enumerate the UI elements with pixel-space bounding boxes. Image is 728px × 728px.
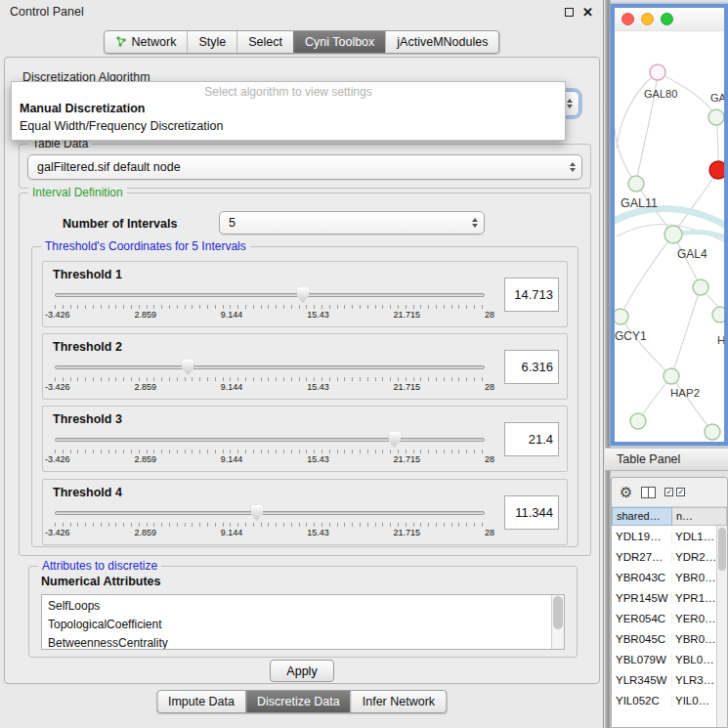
node-label: GAL11 [621,196,658,210]
network-node[interactable] [630,413,646,429]
number-of-intervals-value: 5 [229,216,236,230]
zoom-traffic-light-icon[interactable] [661,13,673,25]
thick-edge [615,208,724,227]
close-icon[interactable]: ✕ [582,6,593,19]
table-row[interactable]: YBL079WYBL0… [612,649,727,669]
column-header-shared-name[interactable]: shared… [612,507,672,526]
threshold-3-slider[interactable] [55,432,485,448]
tab-discretize-data[interactable]: Discretize Data [245,691,351,712]
checkbox-icon[interactable]: ✓ [664,488,673,496]
tab-select[interactable]: Select [236,31,293,53]
threshold-2-value-field[interactable]: 6.316 [504,350,559,384]
panel-title: Control Panel [10,5,84,19]
threshold-2-slider[interactable] [55,360,485,375]
checkbox-icon[interactable]: ✓ [676,488,685,496]
slider-thumb[interactable] [388,432,401,448]
network-node[interactable] [650,64,665,80]
slider-track[interactable] [55,438,485,442]
tab-network[interactable]: Network [105,31,188,53]
node-label: GAL4 [677,247,707,261]
slider-thumb[interactable] [182,360,194,375]
node-table: shared… n… YDL19…YDL1… YDR27…YDR2… YBR04… [612,507,727,728]
slider-scale: -3.4262.8599.14415.4321.71528 [45,528,494,537]
tab-cyni-toolbox[interactable]: Cyni Toolbox [293,31,385,53]
threshold-3-box: Threshold 3 -3.4262.8599.14415.4321.7152… [42,406,568,472]
list-item[interactable]: TopologicalCoefficient [48,616,564,634]
algorithm-dropdown-popup: Select algorithm to view settings Manual… [11,81,566,141]
node-label: GA [710,92,724,104]
column-header-name[interactable]: n… [672,507,727,526]
chevron-up-down-icon [570,162,576,172]
threshold-1-box: Threshold 1 -3.4262.8599.14415.4321.7152… [42,261,568,327]
table-row[interactable]: YLR345WYLR3… [612,669,727,690]
table-data-combobox[interactable]: galFiltered.sif default node [27,154,582,180]
threshold-coordinates-title: Threshold's Coordinates for 5 Intervals [41,239,250,253]
table-toolbar: ⚙ ✓ ✓ [612,478,727,507]
tab-label: Network [132,35,177,49]
network-canvas[interactable]: GAL80 GA GAL11 GAL4 GCY1 HAP2 H [615,31,724,442]
table-panel: ⚙ ✓ ✓ shared… n… YDL19…YDL1… YDR27…YDR2…… [611,477,728,728]
columns-icon[interactable] [641,487,656,498]
slider-ticks [55,450,485,453]
attributes-list: SelfLoops TopologicalCoefficient Between… [41,594,565,650]
scrollbar-thumb[interactable] [718,528,726,571]
tab-jactivemnodules[interactable]: jActiveMNodules [385,31,498,53]
table-header-row: shared… n… [612,507,727,526]
threshold-4-slider[interactable] [55,505,485,521]
network-node[interactable] [708,109,724,125]
slider-thumb[interactable] [296,287,309,303]
table-row[interactable]: YIL052CYIL0… [612,690,727,710]
gear-icon[interactable]: ⚙ [620,485,632,499]
threshold-2-box: Threshold 2 -3.4262.8599.14415.4321.7152… [42,333,568,400]
threshold-1-slider[interactable] [55,287,485,303]
network-node[interactable] [712,307,724,322]
selected-network-node[interactable] [709,161,724,179]
bottom-tab-bar: Impute Data Discretize Data Infer Networ… [156,690,447,713]
network-node[interactable] [693,279,708,295]
slider-scale: -3.4262.8599.14415.4321.71528 [45,382,494,392]
table-row[interactable]: YDR27…YDR2… [612,546,727,567]
table-row[interactable]: YBR043CYBR0… [612,567,727,587]
close-traffic-light-icon[interactable] [621,13,634,25]
table-row[interactable]: YER054CYER0… [612,608,727,628]
table-scrollbar[interactable] [716,526,727,728]
network-window-titlebar [615,8,724,31]
slider-track[interactable] [55,293,485,297]
cyni-toolbox-panel: Discretization Algorithm Select algorith… [4,57,600,684]
chevron-up-down-icon [567,99,573,108]
table-panel-title: Table Panel [617,452,680,466]
slider-track[interactable] [55,365,485,369]
tab-style[interactable]: Style [187,31,236,53]
float-window-icon[interactable] [565,8,574,17]
tab-impute-data[interactable]: Impute Data [157,691,245,712]
network-node[interactable] [664,226,682,243]
apply-button[interactable]: Apply [270,660,334,682]
tab-infer-network[interactable]: Infer Network [351,691,446,712]
network-node[interactable] [615,309,628,324]
list-item[interactable]: SelfLoops [48,597,564,616]
network-node[interactable] [664,368,679,384]
minimize-traffic-light-icon[interactable] [641,13,654,25]
threshold-3-value-field[interactable]: 21.4 [504,422,559,456]
number-of-intervals-combobox[interactable]: 5 [219,211,485,235]
slider-thumb[interactable] [250,505,263,521]
node-label: H [717,334,724,346]
dropdown-option-manual-discretization[interactable]: Manual Discretization [12,100,565,117]
network-view-window: GAL80 GA GAL11 GAL4 GCY1 HAP2 H [611,4,728,446]
threshold-1-value-field[interactable]: 14.713 [504,278,559,312]
table-row[interactable]: YPR145WYPR1… [612,587,727,608]
table-row[interactable]: YDL19…YDL1… [612,526,727,546]
node-label: GCY1 [615,329,647,343]
network-node[interactable] [628,176,644,192]
network-icon [115,36,127,48]
list-scrollbar[interactable] [551,595,564,649]
threshold-4-value-field[interactable]: 11.344 [504,495,559,530]
network-node[interactable] [705,424,720,440]
threshold-4-box: Threshold 4 -3.4262.8599.14415.4321.7152… [42,479,568,545]
slider-track[interactable] [55,511,485,515]
slider-ticks [55,305,485,309]
table-row[interactable]: YBR045CYBR0… [612,628,727,649]
dropdown-option-equal-width[interactable]: Equal Width/Frequency Discretization [12,117,565,135]
scrollbar-thumb[interactable] [553,596,563,629]
list-item[interactable]: BetweennessCentrality [48,634,564,650]
